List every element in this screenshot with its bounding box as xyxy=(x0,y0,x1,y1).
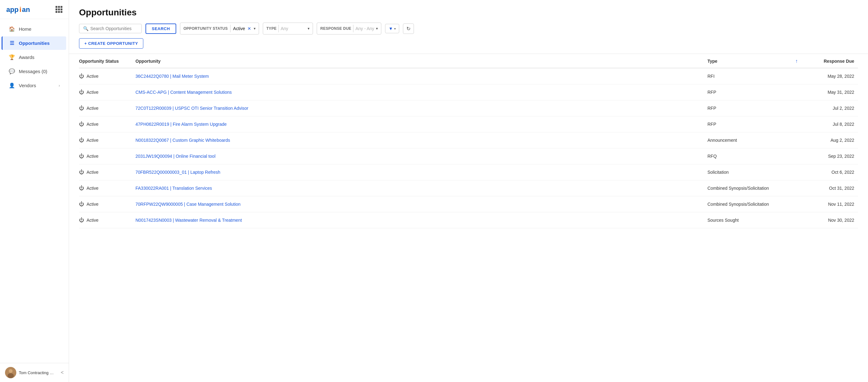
user-info: Tom Contracting Offi... xyxy=(5,367,61,378)
opportunity-status-value: Active xyxy=(233,26,245,31)
opportunity-cell: N0018322Q0067 | Custom Graphic Whiteboar… xyxy=(135,132,708,148)
response-due-chevron-icon[interactable]: ▾ xyxy=(376,26,378,31)
col-header-opportunity: Opportunity xyxy=(135,54,708,68)
table-row: ⏻ Active 36C24422Q0780 | Mail Meter Syst… xyxy=(79,68,858,84)
opportunities-icon: ☰ xyxy=(9,40,15,46)
search-input[interactable] xyxy=(90,26,138,31)
type-cell: Combined Synopsis/Solicitation xyxy=(708,196,795,212)
active-status-icon: ⏻ xyxy=(79,169,84,175)
sort-cell xyxy=(795,84,808,100)
search-button[interactable]: SEARCH xyxy=(146,24,176,34)
chevron-down-icon[interactable]: ▾ xyxy=(254,26,255,31)
col-header-sort[interactable]: ↑ xyxy=(795,54,808,68)
status-value: Active xyxy=(87,90,98,95)
response-due-filter[interactable]: RESPONSE DUE Any - Any ▾ xyxy=(317,23,381,34)
type-cell: RFQ xyxy=(708,148,795,164)
status-value: Active xyxy=(87,218,98,223)
sidebar-item-awards[interactable]: 🏆 Awards xyxy=(2,51,66,64)
opportunity-link[interactable]: 47PH0622R0019 | Fire Alarm System Upgrad… xyxy=(135,122,227,127)
status-value: Active xyxy=(87,202,98,207)
active-status-icon: ⏻ xyxy=(79,73,84,79)
active-status-icon: ⏻ xyxy=(79,201,84,207)
table-header: Opportunity Status Opportunity Type ↑ Re… xyxy=(79,54,858,68)
vendors-icon: 👤 xyxy=(9,83,15,89)
sidebar-item-label-home: Home xyxy=(19,26,31,32)
type-cell: RFI xyxy=(708,68,795,84)
filter-divider xyxy=(230,25,230,32)
col-header-type: Type xyxy=(708,54,795,68)
opportunity-status-filter[interactable]: OPPORTUNITY STATUS Active ✕ ▾ xyxy=(180,23,259,34)
sidebar-item-label-vendors: Vendors xyxy=(19,83,36,88)
type-value: Any xyxy=(281,26,306,31)
toolbar: 🔍 SEARCH OPPORTUNITY STATUS Active ✕ ▾ T… xyxy=(79,23,858,34)
funnel-button[interactable]: ▼ ▾ xyxy=(385,24,399,33)
status-cell: ⏻ Active xyxy=(79,180,135,196)
opportunity-link[interactable]: N0018322Q0067 | Custom Graphic Whiteboar… xyxy=(135,138,230,143)
avatar xyxy=(5,367,16,378)
response-due-cell: Oct 31, 2022 xyxy=(808,180,858,196)
opportunity-link[interactable]: 72C0T122R00039 | USPSC OTI Senior Transi… xyxy=(135,106,248,111)
home-icon: 🏠 xyxy=(9,26,15,32)
status-cell: ⏻ Active xyxy=(79,212,135,228)
page-title: Opportunities xyxy=(79,7,858,18)
type-chevron-icon[interactable]: ▾ xyxy=(308,26,310,31)
col-header-status: Opportunity Status xyxy=(79,54,135,68)
type-label: TYPE xyxy=(266,26,277,31)
type-cell: Combined Synopsis/Solicitation xyxy=(708,180,795,196)
sort-cell xyxy=(795,68,808,84)
status-cell: ⏻ Active xyxy=(79,196,135,212)
active-status-icon: ⏻ xyxy=(79,105,84,111)
status-value: Active xyxy=(87,74,98,79)
opportunity-link[interactable]: 70FBR522Q00000003_01 | Laptop Refresh xyxy=(135,170,220,175)
table-row: ⏻ Active 2031JW19Q00094 | Online Financi… xyxy=(79,148,858,164)
response-due-cell: Jul 2, 2022 xyxy=(808,100,858,116)
active-status-icon: ⏻ xyxy=(79,185,84,191)
status-value: Active xyxy=(87,154,98,159)
clear-status-icon[interactable]: ✕ xyxy=(247,26,251,31)
sidebar-collapse-button[interactable]: < xyxy=(61,370,64,375)
sidebar-item-opportunities[interactable]: ☰ Opportunities xyxy=(2,36,66,50)
sidebar-item-home[interactable]: 🏠 Home xyxy=(2,22,66,36)
type-filter-divider xyxy=(278,25,279,32)
opportunity-link[interactable]: 70RFPW22QW9000005 | Case Management Solu… xyxy=(135,202,241,207)
appian-logo: app i an xyxy=(6,5,34,14)
col-header-response-due: Response Due xyxy=(808,54,858,68)
search-box[interactable]: 🔍 xyxy=(79,24,142,33)
opportunity-cell: 70RFPW22QW9000005 | Case Management Solu… xyxy=(135,196,708,212)
active-status-icon: ⏻ xyxy=(79,217,84,223)
status-value: Active xyxy=(87,170,98,175)
status-cell: ⏻ Active xyxy=(79,68,135,84)
opportunity-link[interactable]: CMS-ACC-APG | Content Management Solutio… xyxy=(135,90,232,95)
sort-cell xyxy=(795,212,808,228)
sidebar-item-vendors[interactable]: 👤 Vendors › xyxy=(2,79,66,92)
sidebar-header: app i an xyxy=(0,0,69,19)
status-cell: ⏻ Active xyxy=(79,132,135,148)
active-status-icon: ⏻ xyxy=(79,121,84,127)
opportunity-link[interactable]: FA330022RA001 | Translation Services xyxy=(135,186,212,191)
sidebar-item-messages[interactable]: 💬 Messages (0) xyxy=(2,65,66,78)
opportunity-cell: FA330022RA001 | Translation Services xyxy=(135,180,708,196)
opportunities-table: Opportunity Status Opportunity Type ↑ Re… xyxy=(79,54,858,228)
opportunity-cell: CMS-ACC-APG | Content Management Solutio… xyxy=(135,84,708,100)
status-cell: ⏻ Active xyxy=(79,116,135,132)
response-due-label: RESPONSE DUE xyxy=(320,26,351,31)
opportunity-cell: 36C24422Q0780 | Mail Meter System xyxy=(135,68,708,84)
sort-cell xyxy=(795,164,808,180)
grid-icon[interactable] xyxy=(56,6,62,13)
svg-point-5 xyxy=(7,373,14,378)
opportunity-link[interactable]: 2031JW19Q00094 | Online Financial tool xyxy=(135,154,215,159)
table-row: ⏻ Active 70RFPW22QW9000005 | Case Manage… xyxy=(79,196,858,212)
table-row: ⏻ Active CMS-ACC-APG | Content Managemen… xyxy=(79,84,858,100)
sort-icon[interactable]: ↑ xyxy=(795,58,798,64)
response-due-cell: Nov 30, 2022 xyxy=(808,212,858,228)
type-filter[interactable]: TYPE Any ▾ xyxy=(263,23,313,34)
opportunity-link[interactable]: 36C24422Q0780 | Mail Meter System xyxy=(135,74,209,79)
table-row: ⏻ Active 47PH0622R0019 | Fire Alarm Syst… xyxy=(79,116,858,132)
funnel-chevron-icon: ▾ xyxy=(394,27,396,30)
response-filter-divider xyxy=(353,25,353,32)
refresh-button[interactable]: ↻ xyxy=(403,24,414,34)
opportunity-status-label: OPPORTUNITY STATUS xyxy=(183,26,228,31)
create-opportunity-button[interactable]: + CREATE OPPORTUNITY xyxy=(79,38,143,49)
opportunity-link[interactable]: N0017423SN0003 | Wastewater Removal & Tr… xyxy=(135,218,242,223)
sidebar-item-label-messages: Messages (0) xyxy=(19,69,48,74)
